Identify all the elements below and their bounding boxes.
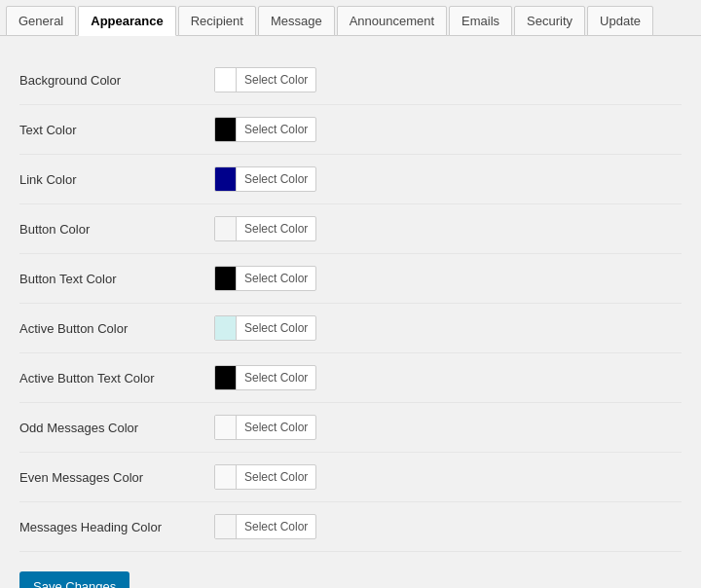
field-label-5: Active Button Color <box>19 321 214 336</box>
field-row-3: Button ColorSelect Color <box>19 204 682 254</box>
field-label-7: Odd Messages Color <box>19 421 214 435</box>
field-label-8: Even Messages Color <box>19 470 214 485</box>
tab-update[interactable]: Update <box>587 6 653 36</box>
color-picker-button-4[interactable]: Select Color <box>214 266 316 291</box>
color-swatch-1 <box>215 118 237 141</box>
color-swatch-6 <box>215 366 237 389</box>
field-label-0: Background Color <box>19 73 214 88</box>
color-swatch-4 <box>215 267 237 290</box>
field-row-8: Even Messages ColorSelect Color <box>19 453 682 502</box>
field-label-2: Link Color <box>19 172 214 187</box>
tabs-container: GeneralAppearanceRecipientMessageAnnounc… <box>0 0 701 36</box>
tab-message[interactable]: Message <box>258 6 335 36</box>
field-row-5: Active Button ColorSelect Color <box>19 304 682 353</box>
field-row-7: Odd Messages ColorSelect Color <box>19 403 682 453</box>
field-row-4: Button Text ColorSelect Color <box>19 254 682 304</box>
color-button-label-4: Select Color <box>237 272 315 285</box>
color-button-label-9: Select Color <box>237 520 315 533</box>
field-row-0: Background ColorSelect Color <box>19 55 682 105</box>
color-button-label-3: Select Color <box>237 222 315 236</box>
field-label-1: Text Color <box>19 123 214 137</box>
tab-announcement[interactable]: Announcement <box>337 6 447 36</box>
color-swatch-5 <box>215 316 237 340</box>
color-button-label-5: Select Color <box>237 321 315 335</box>
color-picker-button-8[interactable]: Select Color <box>214 464 316 490</box>
color-swatch-9 <box>215 515 237 538</box>
tab-general[interactable]: General <box>6 6 76 36</box>
color-swatch-2 <box>215 167 237 191</box>
color-picker-button-7[interactable]: Select Color <box>214 415 316 440</box>
save-changes-button[interactable]: Save Changes <box>19 571 129 588</box>
field-row-9: Messages Heading ColorSelect Color <box>19 502 682 552</box>
field-label-3: Button Color <box>19 222 214 237</box>
color-swatch-8 <box>215 465 237 489</box>
tab-recipient[interactable]: Recipient <box>178 6 256 36</box>
content-area: Background ColorSelect ColorText ColorSe… <box>0 36 701 588</box>
color-button-label-8: Select Color <box>237 470 315 484</box>
color-swatch-0 <box>215 68 237 92</box>
color-picker-button-9[interactable]: Select Color <box>214 514 316 539</box>
field-row-6: Active Button Text ColorSelect Color <box>19 353 682 403</box>
color-picker-button-2[interactable]: Select Color <box>214 166 316 192</box>
color-swatch-3 <box>215 217 237 240</box>
color-picker-button-5[interactable]: Select Color <box>214 315 316 341</box>
color-picker-button-3[interactable]: Select Color <box>214 216 316 241</box>
tab-emails[interactable]: Emails <box>449 6 512 36</box>
color-button-label-6: Select Color <box>237 371 315 385</box>
color-button-label-1: Select Color <box>237 123 315 136</box>
color-button-label-7: Select Color <box>237 421 315 434</box>
color-picker-button-1[interactable]: Select Color <box>214 117 316 142</box>
field-label-6: Active Button Text Color <box>19 371 214 386</box>
color-swatch-7 <box>215 416 237 439</box>
field-label-4: Button Text Color <box>19 272 214 286</box>
color-picker-button-0[interactable]: Select Color <box>214 67 316 92</box>
color-button-label-0: Select Color <box>237 73 315 87</box>
field-row-1: Text ColorSelect Color <box>19 105 682 155</box>
color-picker-button-6[interactable]: Select Color <box>214 365 316 390</box>
tab-appearance[interactable]: Appearance <box>78 6 175 36</box>
field-label-9: Messages Heading Color <box>19 520 214 534</box>
field-row-2: Link ColorSelect Color <box>19 155 682 204</box>
color-button-label-2: Select Color <box>237 172 315 186</box>
tab-security[interactable]: Security <box>514 6 585 36</box>
